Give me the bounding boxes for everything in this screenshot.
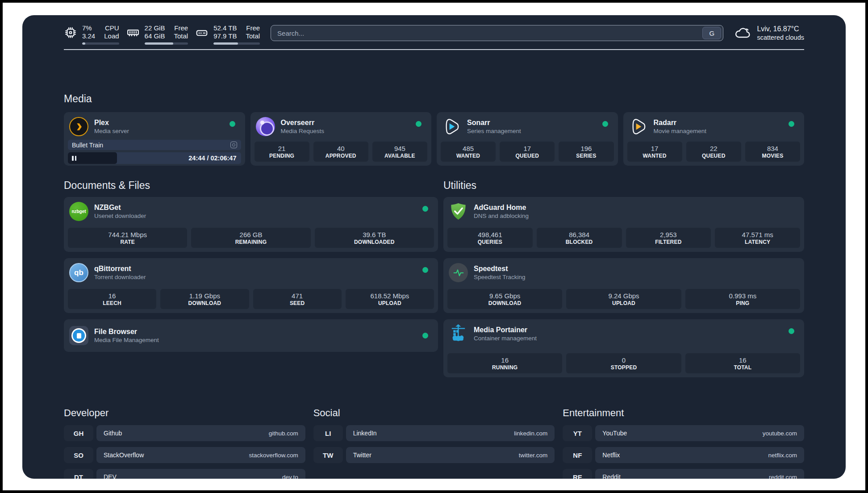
bookmark-reddit[interactable]: RE Redditreddit.com <box>563 469 804 479</box>
stat-pending: 21PENDING <box>255 142 309 162</box>
memory-free-label: Free <box>174 24 188 32</box>
disk-progress <box>213 42 260 45</box>
section-title-media: Media <box>64 92 804 105</box>
session-icon[interactable] <box>230 142 237 148</box>
utilities-column: Utilities AdGuard Home DNS and <box>443 179 804 384</box>
player-progress-bar[interactable]: 24:44 / 02:06:47 <box>68 152 241 164</box>
speedtest-icon <box>449 263 468 282</box>
stat-ping: 0.993 msPING <box>685 289 800 309</box>
bookmark-stackoverflow[interactable]: SO StackOverflowstackoverflow.com <box>64 447 305 463</box>
stat-available: 945AVAILABLE <box>372 142 427 162</box>
bookmark-dev[interactable]: DT DEVdev.to <box>64 469 305 479</box>
bookmark-netflix[interactable]: NF Netflixnetflix.com <box>563 447 804 463</box>
disk-total: 97.9 TB <box>213 32 237 40</box>
disk-total-label: Total <box>246 32 260 40</box>
bookmark-abbr: NF <box>563 447 592 463</box>
app-name: File Browser <box>94 327 159 336</box>
bookmark-linkedin[interactable]: LI LinkedInlinkedin.com <box>313 425 555 441</box>
section-title-utilities: Utilities <box>443 179 804 192</box>
plex-icon <box>69 117 88 136</box>
stat-upload: 618.52 MbpsUPLOAD <box>346 289 434 309</box>
stat-download: 9.65 GbpsDOWNLOAD <box>447 289 562 309</box>
pause-icon[interactable] <box>72 156 76 161</box>
cloud-icon <box>734 25 751 42</box>
memory-stat: 22 GiB 64 GiB Free Total <box>126 24 188 45</box>
topbar-divider <box>64 49 804 50</box>
section-title-documents: Documents & Files <box>64 179 438 192</box>
app-description: Container management <box>474 334 537 343</box>
documents-column: Documents & Files nzbget NZBGet Usenet d… <box>64 179 438 384</box>
bookmark-github[interactable]: GH Githubgithub.com <box>64 425 305 441</box>
cpu-stat: 7% 3.24 CPU Load <box>64 24 119 45</box>
radarr-icon <box>629 117 648 136</box>
app-card-nzbget[interactable]: nzbget NZBGet Usenet downloader 744.21 M… <box>64 197 438 252</box>
stat-queued: 17QUEUED <box>500 142 555 162</box>
search-engine-button[interactable]: G <box>702 27 721 39</box>
stat-upload: 9.24 GbpsUPLOAD <box>566 289 681 309</box>
search-input[interactable] <box>271 29 702 37</box>
dashboard: 7% 3.24 CPU Load <box>22 15 846 479</box>
app-description: DNS and adblocking <box>474 212 529 220</box>
bookmark-youtube[interactable]: YT YouTubeyoutube.com <box>563 425 804 441</box>
disk-icon <box>195 26 209 45</box>
app-description: Movie management <box>654 127 707 135</box>
weather-condition: scattered clouds <box>757 33 804 42</box>
stat-movies: 834MOVIES <box>745 142 800 162</box>
weather-location: Lviv, 16.87°C <box>757 25 804 33</box>
status-online-dot <box>602 121 608 127</box>
app-card-plex[interactable]: Plex Media server Bullet Train 24:44 / 0… <box>64 112 245 166</box>
app-card-sonarr[interactable]: Sonarr Series management 485WANTED 17QUE… <box>437 112 618 166</box>
app-card-speedtest[interactable]: Speedtest Speedtest Tracking 9.65 GbpsDO… <box>443 258 804 313</box>
bookmark-abbr: LI <box>313 425 343 441</box>
stat-series: 196SERIES <box>559 142 613 162</box>
app-description: Media File Management <box>94 336 159 344</box>
disk-stat: 52.4 TB 97.9 TB Free Total <box>195 24 260 45</box>
stat-wanted: 17WANTED <box>627 142 682 162</box>
memory-progress <box>145 42 188 45</box>
player-time: 24:44 / 02:06:47 <box>188 155 241 162</box>
status-online-dot <box>422 267 428 273</box>
stat-total: 16TOTAL <box>685 353 800 373</box>
bookmark-twitter[interactable]: TW Twittertwitter.com <box>313 447 555 463</box>
section-title-developer: Developer <box>64 407 305 419</box>
stat-stopped: 0STOPPED <box>566 353 681 373</box>
cpu-icon <box>64 26 77 45</box>
app-name: NZBGet <box>94 203 146 212</box>
search-bar[interactable]: G <box>271 25 723 41</box>
app-description: Torrent downloader <box>94 273 146 281</box>
cpu-progress <box>82 42 119 45</box>
app-description: Media server <box>94 127 129 135</box>
cpu-label: CPU <box>105 24 119 32</box>
app-name: qBittorrent <box>94 264 146 273</box>
bookmark-abbr: TW <box>313 447 343 463</box>
app-card-adguard[interactable]: AdGuard Home DNS and adblocking 498,461Q… <box>443 197 804 252</box>
bookmark-group-social: Social LI LinkedInlinkedin.com TW Twitte… <box>313 407 555 479</box>
bookmark-abbr: SO <box>64 447 93 463</box>
qbittorrent-icon: qb <box>69 263 88 282</box>
app-card-radarr[interactable]: Radarr Movie management 17WANTED 22QUEUE… <box>623 112 805 166</box>
filebrowser-icon <box>69 326 88 345</box>
overseerr-icon <box>256 117 275 136</box>
portainer-icon <box>449 324 468 343</box>
app-description: Usenet downloader <box>94 212 146 220</box>
app-description: Series management <box>467 127 521 135</box>
app-card-overseerr[interactable]: Overseerr Media Requests 21PENDING 40APP… <box>250 112 432 166</box>
stat-seed: 471SEED <box>253 289 342 309</box>
section-title-entertainment: Entertainment <box>563 407 804 419</box>
app-name: Overseerr <box>281 118 325 127</box>
bookmark-abbr: RE <box>563 469 592 479</box>
bookmark-abbr: DT <box>64 469 93 479</box>
app-card-filebrowser[interactable]: File Browser Media File Management <box>64 319 438 352</box>
stat-running: 16RUNNING <box>447 353 562 373</box>
app-card-qbittorrent[interactable]: qb qBittorrent Torrent downloader 16LEEC… <box>64 258 438 313</box>
app-description: Speedtest Tracking <box>474 273 526 281</box>
section-title-social: Social <box>313 407 555 419</box>
stat-latency: 47.571 msLATENCY <box>715 228 800 248</box>
stat-rate: 744.21 MbpsRATE <box>68 228 187 248</box>
app-name: Plex <box>94 118 129 127</box>
window-frame: 7% 3.24 CPU Load <box>3 3 865 490</box>
app-name: Sonarr <box>467 118 521 127</box>
now-playing-title: Bullet Train <box>72 142 103 149</box>
app-card-portainer[interactable]: Media Portainer Container management 16R… <box>443 319 804 377</box>
stat-queued: 22QUEUED <box>686 142 741 162</box>
